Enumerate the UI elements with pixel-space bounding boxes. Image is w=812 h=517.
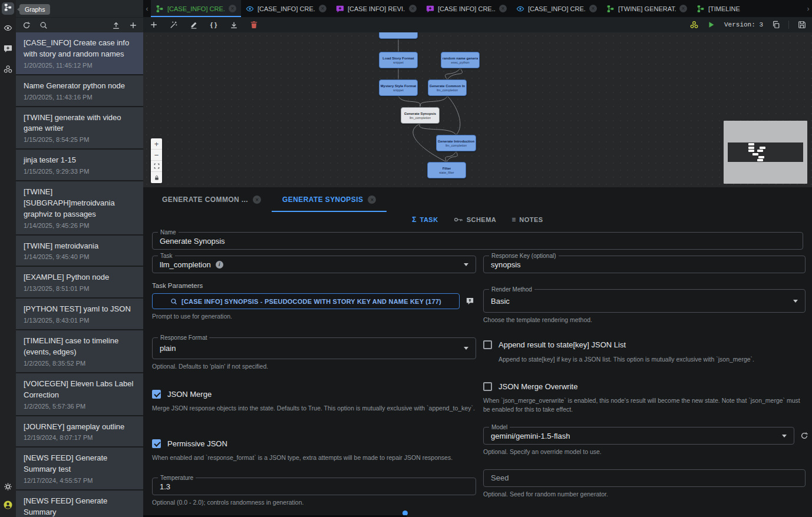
tab-close-icon[interactable]: × bbox=[409, 5, 417, 12]
add-graph-icon[interactable] bbox=[128, 21, 137, 29]
editor-tab[interactable]: [CASE INFO] CRE... × bbox=[421, 0, 511, 17]
fit-view-button[interactable] bbox=[151, 161, 162, 172]
name-field[interactable]: Name Generate Synopsis bbox=[152, 232, 803, 250]
prompt-bubble-icon[interactable] bbox=[466, 297, 474, 306]
response-format-select[interactable]: Response Format plain bbox=[152, 337, 476, 359]
hooks-webhook-icon[interactable] bbox=[690, 21, 699, 29]
graph-node[interactable]: random name genera... exec_python bbox=[441, 52, 480, 68]
copy-icon[interactable] bbox=[771, 21, 780, 29]
node-title: Generate Synopsis bbox=[404, 112, 436, 115]
tabs-scroll-right-icon[interactable]: › bbox=[804, 0, 812, 17]
checkbox-icon[interactable] bbox=[152, 390, 161, 399]
settings-button[interactable] bbox=[2, 482, 14, 494]
graph-list-item[interactable]: [TWINE] generate with video game writer … bbox=[16, 107, 143, 149]
run-play-icon[interactable] bbox=[707, 21, 716, 29]
graph-node[interactable]: Generate Introduction llm_completion bbox=[436, 135, 476, 151]
save-icon[interactable] bbox=[797, 21, 806, 29]
graph-list-item[interactable]: [VOICEGEN] Eleven Labs Label Correction … bbox=[16, 373, 143, 415]
upload-icon[interactable] bbox=[111, 21, 120, 29]
download-icon[interactable] bbox=[229, 21, 238, 29]
graph-list-item[interactable]: [EXAMPLE] Python node 1/13/2025, 8:51:01… bbox=[16, 267, 143, 297]
checkbox-icon[interactable] bbox=[483, 382, 492, 391]
graph-list-item[interactable]: [TWINE][SUBGRAPH]metroidvania graphviz t… bbox=[16, 181, 143, 234]
node-task-type: snippet bbox=[393, 61, 404, 64]
model-refresh-icon[interactable] bbox=[800, 432, 809, 440]
tabs-scroll-left-icon[interactable]: ‹ bbox=[143, 0, 151, 17]
node-tab[interactable]: GENERATE COMMON ... × bbox=[151, 187, 272, 212]
lock-button[interactable] bbox=[151, 172, 162, 183]
json-merge-checkbox-row[interactable]: JSON Merge bbox=[152, 390, 476, 399]
tab-close-icon[interactable]: × bbox=[679, 5, 687, 12]
nav-view-button[interactable] bbox=[2, 23, 14, 35]
task-info-icon[interactable]: i bbox=[216, 261, 223, 269]
graph-icon bbox=[156, 5, 164, 13]
editor-tab[interactable]: [CASE_INFO] CRE... × bbox=[241, 0, 331, 17]
graph-list-item[interactable]: Name Generator python node 1/20/2025, 11… bbox=[16, 75, 143, 106]
chevron-down-icon bbox=[793, 300, 798, 303]
add-node-icon[interactable] bbox=[149, 21, 158, 29]
editor-tab[interactable]: [TWINE] GENERAT... × bbox=[602, 0, 692, 17]
graph-list-item[interactable]: [JOURNEY] gameplay outline 12/19/2024, 8… bbox=[16, 416, 143, 447]
graph-node[interactable]: Filter state_filter bbox=[427, 162, 466, 178]
graph-list-item[interactable]: [TWINE] metroidvania 1/14/2025, 9:45:40 … bbox=[16, 236, 143, 266]
model-select[interactable]: Model gemini/gemini-1.5-flash bbox=[483, 427, 794, 445]
zoom-out-button[interactable]: − bbox=[151, 150, 162, 161]
json-merge-overwrite-checkbox-row[interactable]: JSON Merge Overwrite bbox=[483, 382, 810, 391]
search-icon[interactable] bbox=[39, 21, 48, 29]
checkbox-icon[interactable] bbox=[152, 439, 161, 448]
seed-field[interactable]: Seed bbox=[483, 469, 806, 487]
nav-hooks-button[interactable] bbox=[2, 64, 14, 77]
subtab[interactable]: ≡ NOTES bbox=[511, 216, 543, 224]
temperature-field[interactable]: Temperature 1.3 bbox=[152, 478, 476, 495]
editor-tab[interactable]: [CASE_INFO] CRE... × bbox=[511, 0, 602, 17]
json-braces-icon[interactable]: { } bbox=[209, 21, 218, 29]
graph-icon bbox=[697, 5, 705, 13]
graph-list-item[interactable]: [NEWS FEED] Generate Summary 12/17/2024,… bbox=[16, 491, 143, 517]
graph-list-item[interactable]: [CASE_INFO] Create case info with story … bbox=[16, 32, 143, 74]
edit-pencil-icon[interactable] bbox=[189, 21, 198, 29]
response-key-field[interactable]: Response Key (optional) synopsis bbox=[483, 256, 806, 273]
graph-item-timestamp: 12/17/2024, 4:55:57 PM bbox=[24, 477, 136, 484]
graph-list-item[interactable]: jinja tester 1-15 1/15/2025, 9:29:33 PM bbox=[16, 150, 143, 180]
nav-prompts-button[interactable] bbox=[2, 44, 14, 56]
account-button[interactable] bbox=[2, 500, 14, 512]
node-tab[interactable]: GENERATE SYNOPSIS × bbox=[272, 187, 387, 212]
node-tab-close-icon[interactable]: × bbox=[368, 195, 376, 204]
graph-node[interactable]: Generate Common Info llm_completion bbox=[428, 79, 467, 96]
auto-layout-wand-icon[interactable] bbox=[169, 21, 178, 29]
checkbox-icon[interactable] bbox=[483, 340, 492, 349]
tab-close-icon[interactable]: × bbox=[499, 5, 507, 12]
node-title: Load Story Format bbox=[382, 57, 414, 60]
graph-list-item[interactable]: [PYTHON TEST] yaml to JSON 1/13/2025, 8:… bbox=[16, 299, 143, 329]
editor-tab[interactable]: [CASE INFO] REVI... × bbox=[331, 0, 421, 17]
chevron-down-icon bbox=[464, 263, 468, 266]
append-to-key-checkbox-row[interactable]: Append result to state[key] JSON List bbox=[483, 340, 810, 349]
graph-node[interactable]: state_rekey bbox=[379, 32, 418, 39]
task-select[interactable]: Task llm_completion i bbox=[152, 256, 476, 273]
prompt-select-button[interactable]: [CASE INFO] SYNOPSIS - PSEUDOCODE WITH S… bbox=[152, 293, 460, 309]
delete-trash-icon[interactable] bbox=[249, 21, 258, 29]
permissive-json-checkbox-row[interactable]: Permissive JSON bbox=[152, 439, 476, 448]
sidebar-toolbar bbox=[16, 17, 143, 32]
graph-canvas[interactable]: state_rekey Load Story Format snippet ra… bbox=[143, 32, 812, 187]
nav-graphs-button[interactable] bbox=[2, 2, 14, 15]
editor-tab[interactable]: [TIMELINE bbox=[692, 0, 782, 17]
graph-node[interactable]: Generate Synopsis llm_completion bbox=[401, 107, 440, 124]
render-method-select[interactable]: Render Method Basic bbox=[483, 289, 806, 313]
eye-icon bbox=[246, 5, 254, 13]
refresh-icon[interactable] bbox=[22, 21, 31, 29]
graph-list-item[interactable]: [TIMELINE] case to timeline (events, edg… bbox=[16, 330, 143, 372]
graph-node[interactable]: Mystery Style Format... snippet bbox=[379, 79, 418, 96]
subtab[interactable]: Σ TASK bbox=[412, 216, 438, 224]
editor-tab[interactable]: [CASE_INFO] CRE... × bbox=[151, 0, 241, 17]
minimap[interactable] bbox=[724, 121, 807, 184]
graph-list-item[interactable]: [NEWS FEED] Generate Summary test 12/17/… bbox=[16, 448, 143, 489]
tab-close-icon[interactable]: × bbox=[319, 5, 326, 12]
prompt-icon bbox=[426, 5, 434, 13]
tab-close-icon[interactable]: × bbox=[229, 5, 236, 12]
tab-close-icon[interactable]: × bbox=[589, 5, 597, 12]
subtab[interactable]: SCHEMA bbox=[454, 216, 497, 223]
zoom-in-button[interactable]: + bbox=[151, 138, 162, 150]
graph-node[interactable]: Load Story Format snippet bbox=[379, 52, 418, 68]
node-tab-close-icon[interactable]: × bbox=[253, 195, 261, 204]
